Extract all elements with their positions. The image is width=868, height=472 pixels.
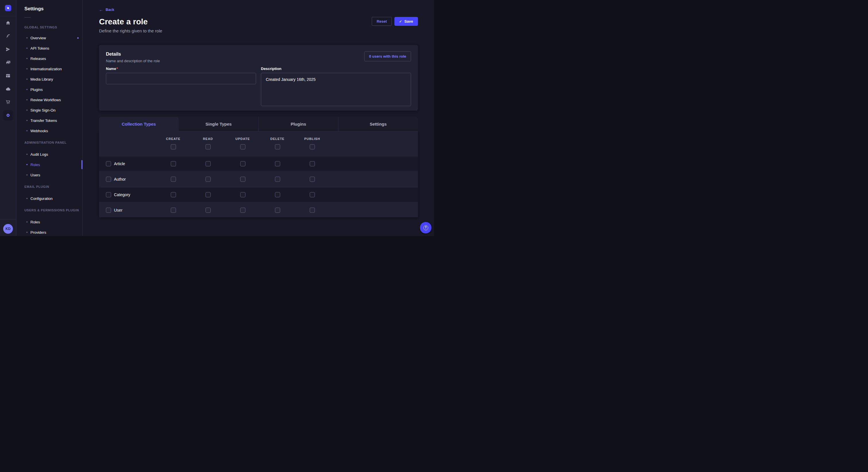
nav-section-administration-panel: ADMINISTRATION PANEL	[17, 136, 82, 149]
permissions-rows: ArticleAuthorCategoryUser	[99, 157, 418, 217]
sidebar-item-roles[interactable]: Roles	[17, 217, 82, 227]
sidebar-item-internationalization[interactable]: Internationalization	[17, 64, 82, 74]
sidebar-item-configuration[interactable]: Configuration	[17, 193, 82, 204]
author-read-checkbox[interactable]	[206, 177, 211, 182]
bullet-icon	[26, 164, 28, 165]
user-read-checkbox[interactable]	[206, 208, 211, 213]
row-head: User	[99, 208, 156, 213]
sidebar-item-audit-logs[interactable]: Audit Logs	[17, 149, 82, 160]
author-create-checkbox[interactable]	[171, 177, 176, 182]
sidebar-item-users[interactable]: Users	[17, 170, 82, 180]
sidebar-item-label: Roles	[30, 220, 40, 224]
user-delete-checkbox[interactable]	[275, 208, 280, 213]
rail-item-layout[interactable]	[0, 69, 16, 82]
sidebar-item-overview[interactable]: Overview	[17, 33, 82, 43]
save-button[interactable]: ✓ Save	[394, 17, 418, 26]
author-delete-checkbox[interactable]	[275, 177, 280, 182]
article-select-checkbox[interactable]	[106, 161, 111, 166]
name-input[interactable]	[106, 73, 256, 84]
sidebar-item-providers[interactable]: Providers	[17, 227, 82, 236]
article-delete-checkbox[interactable]	[275, 161, 280, 166]
category-delete-checkbox[interactable]	[275, 192, 280, 197]
reset-button[interactable]: Reset	[372, 17, 392, 26]
rail-item-cart[interactable]	[0, 96, 16, 109]
bullet-icon	[26, 58, 28, 59]
sidebar-item-transfer-tokens[interactable]: Transfer Tokens	[17, 115, 82, 126]
details-card: Details Name and description of the role…	[99, 45, 418, 111]
subnav-title: Settings	[24, 6, 82, 12]
name-label: Name	[106, 67, 116, 71]
sidebar-item-releases[interactable]: Releases	[17, 53, 82, 64]
category-update-checkbox[interactable]	[240, 192, 245, 197]
sidebar-item-label: Overview	[30, 36, 46, 40]
select-all-update-checkbox[interactable]	[240, 144, 245, 149]
sidebar-item-label: Transfer Tokens	[30, 119, 57, 123]
article-read-checkbox[interactable]	[206, 161, 211, 166]
rail-item-gear[interactable]	[0, 109, 16, 122]
bullet-icon	[26, 47, 28, 49]
sidebar-item-review-workflows[interactable]: Review Workflows	[17, 95, 82, 105]
strapi-logo[interactable]	[5, 5, 11, 11]
category-read-checkbox[interactable]	[206, 192, 211, 197]
description-textarea[interactable]: Created January 16th, 2025	[261, 73, 411, 106]
avatar[interactable]: KD	[3, 224, 13, 234]
bullet-icon	[26, 174, 28, 175]
sidebar-item-webhooks[interactable]: Webhooks	[17, 126, 82, 136]
details-fields: Name* Description Created January 16th, …	[106, 66, 411, 107]
sidebar-item-media-library[interactable]: Media Library	[17, 74, 82, 84]
rail-item-feather[interactable]	[0, 30, 16, 43]
rail-item-media-library[interactable]	[0, 56, 16, 69]
select-all-create-checkbox[interactable]	[171, 144, 176, 149]
column-header-read: READ	[191, 137, 225, 157]
bullet-icon	[26, 130, 28, 131]
select-all-read-checkbox[interactable]	[206, 144, 211, 149]
rail-item-home[interactable]	[0, 16, 16, 30]
category-create-checkbox[interactable]	[171, 192, 176, 197]
author-publish-checkbox[interactable]	[310, 177, 315, 182]
row-head: Article	[99, 161, 156, 166]
rail-item-cloud[interactable]	[0, 82, 16, 96]
cell	[156, 177, 191, 182]
help-button[interactable]: ?	[420, 222, 431, 233]
cell	[191, 192, 225, 197]
cell	[225, 161, 260, 166]
tab-single-types[interactable]: Single Types	[179, 117, 258, 131]
user-update-checkbox[interactable]	[240, 208, 245, 213]
sidebar-item-api-tokens[interactable]: API Tokens	[17, 43, 82, 53]
user-select-checkbox[interactable]	[106, 208, 111, 213]
nav-section-global-settings: GLOBAL SETTINGS	[17, 22, 82, 33]
select-all-publish-checkbox[interactable]	[310, 144, 315, 149]
bullet-icon	[26, 222, 28, 223]
nav-section-email-plugin: EMAIL PLUGIN	[17, 180, 82, 193]
tab-plugins[interactable]: Plugins	[258, 117, 338, 131]
sidebar-item-roles[interactable]: Roles	[17, 160, 82, 170]
article-create-checkbox[interactable]	[171, 161, 176, 166]
back-link[interactable]: ← Back	[99, 7, 114, 12]
category-publish-checkbox[interactable]	[310, 192, 315, 197]
question-mark-icon: ?	[423, 225, 428, 230]
tab-collection-types[interactable]: Collection Types	[99, 117, 179, 131]
nav-section-users-permissions-plugin: USERS & PERMISSIONS PLUGIN	[17, 204, 82, 217]
sidebar-item-plugins[interactable]: Plugins	[17, 84, 82, 95]
article-publish-checkbox[interactable]	[310, 161, 315, 166]
select-all-delete-checkbox[interactable]	[275, 144, 280, 149]
sidebar-item-label: Configuration	[30, 196, 53, 201]
cell	[156, 192, 191, 197]
user-publish-checkbox[interactable]	[310, 208, 315, 213]
details-card-header: Details Name and description of the role…	[106, 51, 411, 63]
users-with-role-button[interactable]: 0 users with this role	[364, 51, 411, 61]
column-label: CREATE	[166, 137, 180, 140]
cell	[295, 161, 330, 166]
author-select-checkbox[interactable]	[106, 177, 111, 182]
details-subtitle: Name and description of the role	[106, 59, 160, 63]
sidebar-item-single-sign-on[interactable]: Single Sign-On	[17, 105, 82, 115]
cell	[156, 208, 191, 213]
author-update-checkbox[interactable]	[240, 177, 245, 182]
article-update-checkbox[interactable]	[240, 161, 245, 166]
column-label: PUBLISH	[304, 137, 320, 140]
category-select-checkbox[interactable]	[106, 192, 111, 197]
user-create-checkbox[interactable]	[171, 208, 176, 213]
tab-settings[interactable]: Settings	[338, 117, 418, 131]
cell	[295, 192, 330, 197]
rail-item-paper-plane[interactable]	[0, 43, 16, 56]
